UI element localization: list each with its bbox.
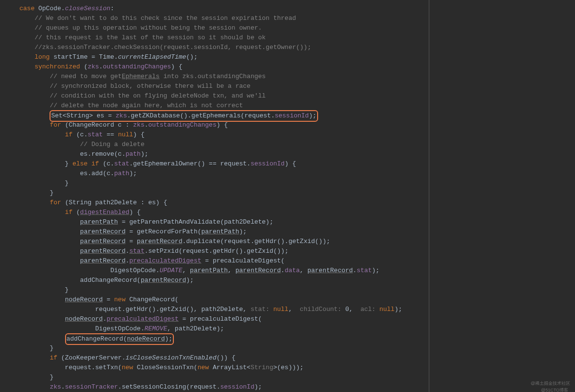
- code-line: } else if (c.stat.getEphemeralOwner() ==…: [19, 159, 429, 169]
- code-line: addChangeRecord(nodeRecord);: [19, 334, 429, 343]
- code-line: parentRecord = parentRecord.duplicate(re…: [19, 237, 429, 246]
- code-line: parentRecord.stat.setPzxid(request.getHd…: [19, 246, 429, 256]
- code-line: zks.sessionTracker.setSessionClosing(req…: [19, 382, 429, 392]
- code-line: long startTime = Time.currentElapsedTime…: [19, 52, 429, 62]
- code-line: }: [19, 373, 429, 382]
- code-line: if (ZooKeeperServer.isCloseSessionTxnEna…: [19, 353, 429, 363]
- code-line: // delete the node again here, which is …: [19, 101, 429, 111]
- code-line: //zks.sessionTracker.checkSession(reques…: [19, 43, 429, 52]
- code-line: DigestOpCode.UPDATE, parentPath, parentR…: [19, 266, 429, 276]
- code-line: request.getHdr().getZxid(), path2Delete,…: [19, 305, 429, 314]
- watermark-51cto: @51CTO博客: [541, 385, 568, 392]
- code-line: for (String path2Delete : es) {: [19, 198, 429, 208]
- code-line: }: [19, 179, 429, 188]
- code-line: case OpCode.closeSession:: [19, 4, 429, 14]
- code-line: addChangeRecord(parentRecord);: [19, 276, 429, 285]
- code-line: // We don't want to do this check since …: [19, 14, 429, 23]
- code-line: // condition with the on flying deleteNo…: [19, 91, 429, 101]
- code-editor[interactable]: case OpCode.closeSession: // We don't wa…: [0, 0, 429, 392]
- highlight-box-2: addChangeRecord(nodeRecord);: [65, 333, 174, 345]
- right-panel: [429, 0, 575, 392]
- code-line: }: [19, 285, 429, 295]
- code-line: // synchronized block, otherwise there w…: [19, 82, 429, 91]
- code-line: // queues up this operation without bein…: [19, 23, 429, 33]
- code-line: }: [19, 343, 429, 353]
- code-line: DigestOpCode.REMOVE, path2Delete);: [19, 324, 429, 334]
- code-line: es.add(c.path);: [19, 169, 429, 179]
- code-line: es.remove(c.path);: [19, 149, 429, 159]
- code-line: Set<String> es = zks.getZKDatabase().get…: [19, 111, 429, 120]
- code-line: for (ChangeRecord c : zks.outstandingCha…: [19, 120, 429, 130]
- code-line: nodeRecord.precalculatedDigest = precalc…: [19, 314, 429, 324]
- code-line: // this request is the last of the sessi…: [19, 33, 429, 43]
- code-line: request.setTxn(new CloseSessionTxn(new A…: [19, 363, 429, 373]
- code-line: nodeRecord = new ChangeRecord(: [19, 295, 429, 305]
- code-line: parentRecord.precalculatedDigest = preca…: [19, 256, 429, 266]
- code-line: // need to move getEphemerals into zks.o…: [19, 72, 429, 82]
- code-line: // Doing a delete: [19, 140, 429, 149]
- code-line: parentRecord = getRecordForPath(parentPa…: [19, 227, 429, 237]
- code-line: parentPath = getParentPathAndValidate(pa…: [19, 217, 429, 227]
- code-line: if (digestEnabled) {: [19, 208, 429, 217]
- code-line: synchronized (zks.outstandingChanges) {: [19, 62, 429, 72]
- code-line: if (c.stat == null) {: [19, 130, 429, 140]
- code-line: }: [19, 188, 429, 198]
